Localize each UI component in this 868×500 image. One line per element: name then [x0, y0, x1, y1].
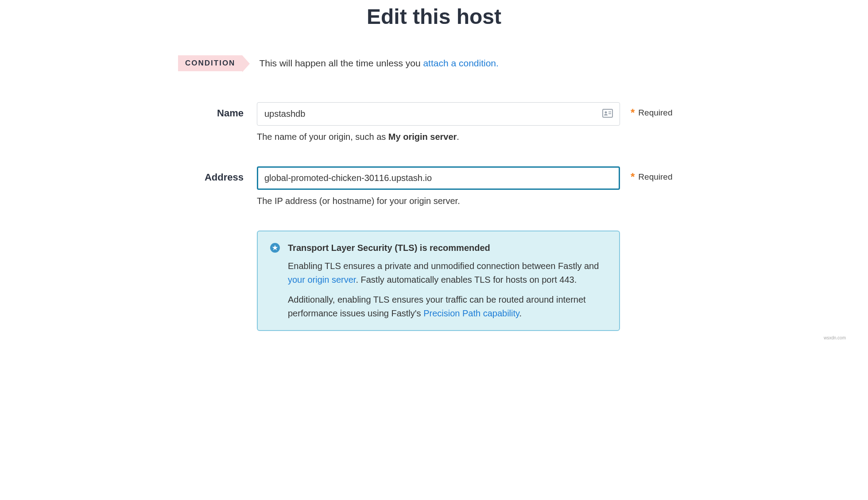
condition-text: This will happen all the time unless you…: [259, 58, 498, 69]
precision-path-link[interactable]: Precision Path capability: [423, 308, 519, 318]
address-label: Address: [168, 166, 257, 183]
attach-condition-link[interactable]: attach a condition.: [423, 58, 498, 68]
id-card-icon: [602, 109, 613, 119]
origin-server-link[interactable]: your origin server: [288, 275, 356, 285]
asterisk-icon: *: [631, 172, 635, 182]
tls-info-box: Transport Layer Security (TLS) is recomm…: [257, 231, 620, 331]
name-required-badge: * Required: [631, 102, 672, 118]
footer-watermark: wsxdn.com: [18, 335, 850, 340]
page-title: Edit this host: [168, 4, 700, 29]
svg-rect-2: [608, 112, 611, 112]
tls-info-title: Transport Layer Security (TLS) is recomm…: [288, 241, 607, 255]
name-label: Name: [168, 102, 257, 119]
tls-info-para1: Enabling TLS ensures a private and unmod…: [288, 259, 607, 287]
form-row-address: Address The IP address (or hostname) for…: [168, 166, 700, 206]
condition-tag: CONDITION: [178, 55, 242, 71]
tls-info-para2: Additionally, enabling TLS ensures your …: [288, 293, 607, 320]
address-help-text: The IP address (or hostname) for your or…: [257, 196, 620, 206]
address-required-badge: * Required: [631, 166, 672, 182]
star-badge-icon: [270, 243, 280, 253]
form-row-name: Name The name of your origin, such as My…: [168, 102, 700, 142]
svg-point-1: [605, 111, 607, 113]
address-input[interactable]: [257, 166, 620, 190]
condition-text-prefix: This will happen all the time unless you: [259, 58, 423, 68]
name-help-text: The name of your origin, such as My orig…: [257, 132, 620, 142]
asterisk-icon: *: [631, 108, 635, 118]
name-input[interactable]: [257, 102, 620, 126]
condition-row: CONDITION This will happen all the time …: [168, 55, 700, 71]
svg-rect-3: [608, 113, 611, 114]
